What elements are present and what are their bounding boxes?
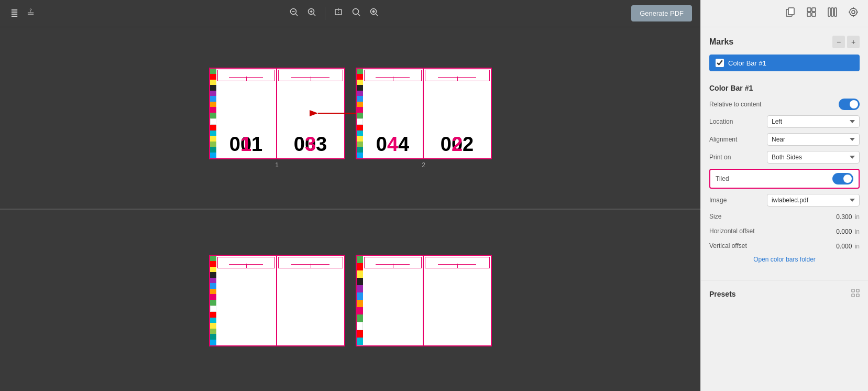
- svg-line-4: [314, 14, 316, 16]
- spread-1-label: 1: [275, 161, 279, 169]
- tiled-row: Tiled: [709, 169, 860, 189]
- swatch: [210, 340, 216, 345]
- page-num-area-002: 0022: [424, 82, 491, 158]
- generate-pdf-button[interactable]: Generate PDF: [631, 5, 692, 21]
- image-select[interactable]: iwlabeled.pdf: [767, 194, 860, 207]
- swatch: [210, 334, 216, 340]
- reg-mark-2: [278, 257, 343, 268]
- swatch: [210, 318, 216, 323]
- relative-to-content-toggle[interactable]: [839, 99, 860, 110]
- reg-v-line: [311, 264, 311, 268]
- marks-minus-button[interactable]: −: [832, 36, 845, 48]
- swatch: [357, 69, 363, 74]
- open-color-bars-folder-link[interactable]: Open color bars folder: [709, 256, 860, 263]
- zoom-out-icon[interactable]: [287, 5, 301, 21]
- swatch: [357, 307, 363, 314]
- svg-rect-33: [852, 289, 854, 292]
- print-on-label: Print on: [709, 154, 767, 161]
- digit-pink: 2: [452, 134, 463, 154]
- reg-mark-044: [364, 70, 422, 81]
- swatch: [210, 147, 216, 153]
- swatch: [210, 142, 216, 147]
- spread-3-wrapper: [209, 255, 345, 346]
- sheet-view-icon[interactable]: ≟: [25, 6, 37, 21]
- page-bottom-left-2: [277, 255, 345, 346]
- digit-overlay-wrapper: 03: [305, 134, 316, 154]
- align-spreads-icon[interactable]: ≣: [8, 6, 20, 21]
- swatch: [210, 107, 216, 113]
- svg-line-12: [376, 14, 378, 16]
- relative-to-content-value: [767, 99, 860, 110]
- print-on-select[interactable]: Both Sides Front Only Back Only: [767, 151, 860, 164]
- swatch: [210, 80, 216, 85]
- swatch: [210, 300, 216, 306]
- reg-v-line: [246, 264, 247, 268]
- swatch: [357, 147, 363, 153]
- marks-plus-button[interactable]: +: [847, 36, 860, 48]
- swatch: [357, 85, 363, 91]
- swatch: [210, 85, 216, 91]
- swatch: [357, 256, 363, 263]
- target-icon[interactable]: [845, 4, 862, 23]
- presets-header: Presets: [709, 289, 860, 299]
- relative-to-content-row: Relative to content: [709, 99, 860, 110]
- presets-title: Presets: [709, 290, 736, 298]
- toolbar-divider: [325, 7, 325, 20]
- fit-all-icon[interactable]: [367, 5, 381, 21]
- digit-pink: 3: [305, 134, 316, 154]
- canvas-area: 0011: [0, 27, 700, 391]
- svg-rect-35: [852, 294, 854, 297]
- zoom-in-icon[interactable]: [305, 5, 318, 21]
- color-bar-list-item[interactable]: Color Bar #1: [709, 55, 860, 71]
- page-001: 0011: [209, 68, 277, 159]
- spread-2-label: 2: [422, 161, 425, 169]
- zoom-100-icon[interactable]: [349, 5, 363, 21]
- presets-grid-icon[interactable]: [851, 289, 860, 299]
- right-panel: Marks − + Color Bar #1 Color Bar #1 Rela…: [700, 0, 868, 391]
- spread-row-1: 0011: [0, 27, 700, 209]
- location-select[interactable]: Left Right Top Bottom: [767, 115, 860, 128]
- swatch: [210, 306, 216, 312]
- swatch: [210, 289, 216, 295]
- svg-rect-20: [807, 8, 811, 12]
- horizontal-offset-display: 0.000 in: [836, 228, 860, 235]
- alignment-select[interactable]: Near Center Far: [767, 133, 860, 146]
- color-bar-checkbox[interactable]: [716, 59, 724, 67]
- page-num-area-001: 0011: [216, 82, 276, 158]
- horizontal-offset-value: 0.000 in: [767, 226, 860, 236]
- swatch: [210, 153, 216, 158]
- swatch: [357, 153, 363, 158]
- alignment-row: Alignment Near Center Far: [709, 133, 860, 146]
- horizontal-offset-row: Horizontal offset 0.000 in: [709, 226, 860, 236]
- grid-2x2-icon[interactable]: [803, 4, 820, 23]
- swatch: [210, 312, 216, 318]
- swatch: [210, 261, 216, 267]
- alignment-label: Alignment: [709, 136, 767, 143]
- swatch: [210, 256, 216, 262]
- svg-rect-36: [856, 294, 859, 297]
- marks-title: Marks: [709, 37, 733, 47]
- tiled-toggle[interactable]: [832, 173, 853, 184]
- toolbar-right: Generate PDF: [631, 5, 692, 21]
- swatch: [357, 80, 363, 85]
- svg-rect-23: [812, 13, 816, 16]
- digit-pink: 1: [240, 134, 251, 154]
- duplicate-icon[interactable]: [782, 4, 799, 23]
- swatch: [357, 91, 363, 96]
- digit: 1: [251, 134, 262, 154]
- swatch: [210, 125, 216, 131]
- swatch: [357, 107, 363, 113]
- digit: 0: [376, 134, 387, 154]
- image-row: Image iwlabeled.pdf: [709, 194, 860, 207]
- swatch: [357, 278, 363, 285]
- fit-page-icon[interactable]: [332, 5, 345, 21]
- size-label: Size: [709, 213, 767, 220]
- digit: 0: [294, 134, 305, 154]
- reg-mark: [217, 257, 275, 268]
- vertical-offset-row: Vertical offset 0.000 in: [709, 241, 860, 251]
- horizontal-offset-unit: in: [855, 228, 860, 235]
- size-unit: in: [855, 213, 860, 221]
- reg-mark-r: [364, 257, 422, 268]
- page-044-content: 044: [363, 69, 423, 158]
- grid-cols-icon[interactable]: [824, 4, 841, 23]
